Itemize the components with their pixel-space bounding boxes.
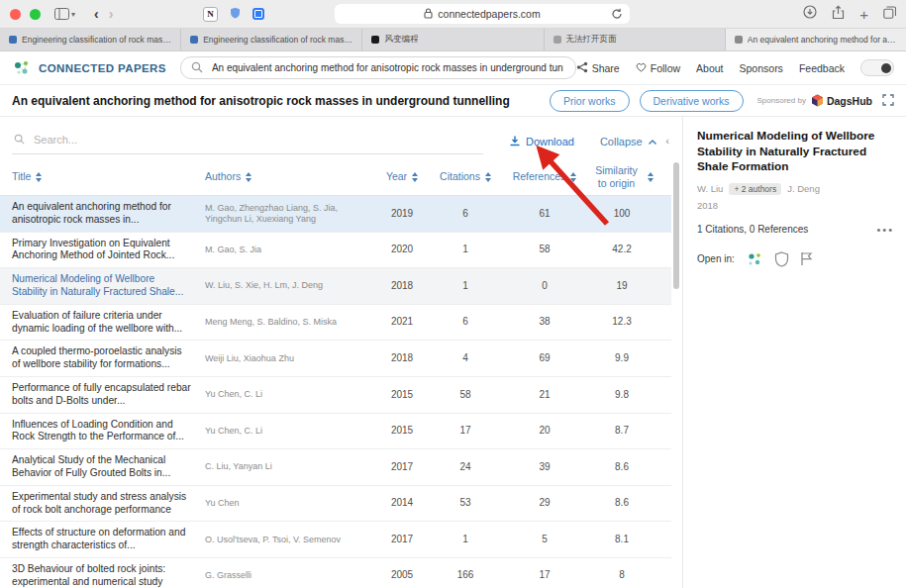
paper-title[interactable]: An equivalent anchoring method for aniso… bbox=[12, 201, 205, 227]
open-in-flag-icon[interactable] bbox=[800, 251, 813, 266]
table-row[interactable]: Evaluation of failure criteria under dyn… bbox=[0, 305, 671, 342]
open-in-connected-graph-icon[interactable] bbox=[746, 250, 763, 268]
table-row[interactable]: Analytical Study of the Mechanical Behav… bbox=[0, 449, 671, 486]
tab-overview-icon[interactable] bbox=[883, 5, 896, 23]
reader-extension-icon[interactable] bbox=[252, 8, 264, 20]
nav-feedback-label: Feedback bbox=[799, 62, 845, 74]
paper-similarity: 8 bbox=[584, 569, 659, 582]
column-header[interactable]: Title bbox=[12, 170, 205, 183]
paper-citations: 17 bbox=[426, 425, 505, 438]
paper-list-panel: Download Collapse TitleAuthorsYearCitati… bbox=[0, 117, 671, 588]
nav-about[interactable]: About bbox=[696, 62, 723, 74]
window-fullscreen-button[interactable] bbox=[30, 9, 41, 20]
nav-sponsors-label: Sponsors bbox=[740, 62, 783, 74]
paper-title[interactable]: A coupled thermo-poroelastic analysis of… bbox=[12, 345, 205, 371]
table-row[interactable]: 3D Behaviour of bolted rock joints: expe… bbox=[0, 558, 671, 588]
table-row[interactable]: A coupled thermo-poroelastic analysis of… bbox=[0, 341, 671, 377]
fullscreen-icon[interactable] bbox=[882, 92, 894, 110]
more-options-icon[interactable]: ••• bbox=[876, 224, 894, 236]
table-row[interactable]: Influences of Loading Condition and Rock… bbox=[0, 414, 671, 450]
prior-works-button[interactable]: Prior works bbox=[550, 90, 630, 112]
column-header[interactable]: Authors bbox=[205, 170, 378, 183]
downloads-icon[interactable] bbox=[803, 5, 817, 23]
brand-logo[interactable]: CONNECTED PAPERS bbox=[12, 58, 166, 78]
paper-title[interactable]: 3D Behaviour of bolted rock joints: expe… bbox=[12, 563, 205, 588]
nav-sponsors[interactable]: Sponsors bbox=[740, 62, 783, 74]
paper-year: 2005 bbox=[378, 569, 426, 582]
browser-tab[interactable]: Engineering classification of rock masse… bbox=[0, 29, 181, 50]
sort-icon[interactable] bbox=[485, 172, 491, 182]
search-icon bbox=[14, 131, 25, 148]
more-authors-badge[interactable]: + 2 authors bbox=[729, 183, 781, 195]
theme-toggle-knob-icon bbox=[881, 63, 891, 73]
brand-name: CONNECTED PAPERS bbox=[39, 62, 166, 74]
table-row[interactable]: Effects of structure on deformation and … bbox=[0, 522, 671, 558]
browser-tab[interactable]: 风变编程 bbox=[362, 29, 544, 50]
sponsor-name: DagsHub bbox=[827, 95, 872, 107]
address-bar[interactable]: connectedpapers.com bbox=[335, 4, 630, 24]
paper-title[interactable]: Performance of fully encapsulated rebar … bbox=[12, 382, 205, 408]
theme-toggle[interactable] bbox=[860, 59, 894, 76]
browser-tab[interactable]: 无法打开页面 bbox=[545, 29, 726, 50]
window-close-button[interactable] bbox=[10, 9, 21, 20]
column-header[interactable]: Similarity to origin bbox=[584, 164, 659, 189]
nav-share[interactable]: Share bbox=[576, 61, 620, 75]
paper-title[interactable]: Primary Investigation on Equivalent Anch… bbox=[12, 238, 205, 263]
header-search-box[interactable] bbox=[180, 56, 576, 79]
open-in-shield-icon[interactable] bbox=[774, 251, 789, 267]
sort-icon[interactable] bbox=[36, 172, 42, 182]
collapse-button[interactable]: Collapse bbox=[600, 136, 657, 147]
column-header[interactable]: References bbox=[505, 170, 584, 183]
panel-collapse-icon[interactable]: ‹ bbox=[661, 131, 673, 150]
paper-title[interactable]: Effects of structure on deformation and … bbox=[12, 527, 205, 552]
derivative-works-button[interactable]: Derivative works bbox=[640, 90, 744, 112]
notion-extension-icon[interactable]: N bbox=[203, 7, 218, 22]
tab-favicon bbox=[371, 36, 379, 44]
list-search-input[interactable] bbox=[32, 133, 481, 147]
paper-year: 2014 bbox=[378, 497, 426, 510]
paper-similarity: 9.9 bbox=[584, 352, 659, 365]
nav-feedback[interactable]: Feedback bbox=[799, 62, 845, 74]
forward-button[interactable]: › bbox=[109, 7, 114, 21]
paper-title[interactable]: Analytical Study of the Mechanical Behav… bbox=[12, 454, 205, 480]
paper-year: 2018 bbox=[378, 352, 426, 365]
shield-extension-icon[interactable] bbox=[230, 5, 241, 23]
sponsored-by-label: Sponsored by bbox=[757, 96, 806, 105]
download-button[interactable]: Download bbox=[509, 135, 574, 148]
nav-follow[interactable]: Follow bbox=[636, 62, 680, 74]
paper-title[interactable]: Evaluation of failure criteria under dyn… bbox=[12, 310, 205, 336]
new-tab-icon[interactable]: + bbox=[859, 7, 868, 22]
chevron-up-icon bbox=[648, 136, 657, 147]
column-header[interactable]: Year bbox=[378, 170, 426, 183]
sort-icon[interactable] bbox=[412, 172, 418, 182]
share-icon[interactable] bbox=[832, 5, 845, 24]
browser-tab[interactable]: An equivalent anchoring method for aniso… bbox=[726, 29, 906, 50]
paper-title[interactable]: Experimental study and stress analysis o… bbox=[12, 491, 205, 517]
detail-paper-title[interactable]: Numerical Modeling of Wellbore Stability… bbox=[697, 129, 894, 175]
table-row[interactable]: Numerical Modeling of Wellbore Stability… bbox=[0, 268, 671, 305]
list-scrollbar[interactable] bbox=[671, 117, 683, 588]
sponsored-by[interactable]: Sponsored by DagsHub bbox=[757, 94, 872, 107]
sort-icon[interactable] bbox=[246, 172, 252, 182]
sort-icon[interactable] bbox=[648, 172, 654, 182]
paper-title[interactable]: Influences of Loading Condition and Rock… bbox=[12, 419, 205, 444]
tab-label: 无法打开页面 bbox=[566, 34, 617, 46]
column-label: Year bbox=[386, 170, 407, 183]
table-row[interactable]: An equivalent anchoring method for aniso… bbox=[0, 196, 671, 233]
sort-icon[interactable] bbox=[570, 172, 576, 182]
sidebar-icon[interactable]: ▾ bbox=[54, 8, 75, 20]
table-row[interactable]: Performance of fully encapsulated rebar … bbox=[0, 377, 671, 414]
table-row[interactable]: Primary Investigation on Equivalent Anch… bbox=[0, 233, 671, 269]
tab-label: 风变编程 bbox=[384, 34, 418, 46]
paper-title[interactable]: Numerical Modeling of Wellbore Stability… bbox=[12, 273, 205, 299]
paper-year: 2015 bbox=[378, 425, 426, 438]
column-header[interactable]: Citations bbox=[426, 170, 505, 183]
header-search-input[interactable] bbox=[210, 61, 565, 74]
scrollbar-thumb[interactable] bbox=[673, 162, 679, 289]
refresh-icon[interactable] bbox=[611, 8, 623, 22]
list-search-box[interactable] bbox=[12, 129, 483, 154]
browser-tab[interactable]: Engineering classification of rock masse… bbox=[181, 29, 362, 50]
table-body: An equivalent anchoring method for aniso… bbox=[0, 196, 671, 588]
back-button[interactable]: ‹ bbox=[94, 7, 99, 21]
table-row[interactable]: Experimental study and stress analysis o… bbox=[0, 486, 671, 523]
